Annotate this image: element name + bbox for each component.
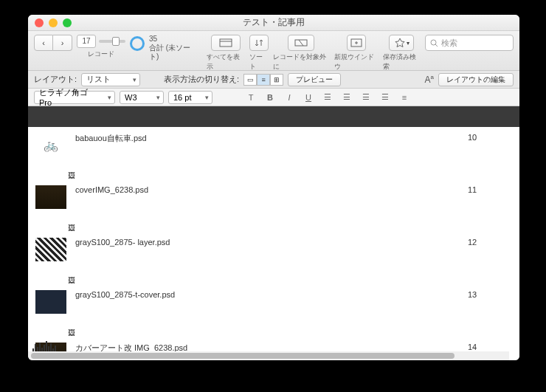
omit-button[interactable] <box>288 35 314 51</box>
svg-line-8 <box>435 44 438 47</box>
preview-button[interactable]: プレビュー <box>288 73 341 86</box>
horizontal-scrollbar[interactable] <box>28 351 509 360</box>
table-row[interactable]: coverIMG_6238.psd11🖼 <box>28 179 519 232</box>
file-number: 10 <box>468 133 512 144</box>
thumbnail <box>35 290 66 314</box>
view-list-button[interactable]: ≡ <box>257 74 270 86</box>
layout-bar: レイアウト: リスト 表示方法の切り替え: ▭ ≡ ⊞ プレビュー Aa レイア… <box>28 71 519 89</box>
record-number-field[interactable]: 17 <box>77 35 96 48</box>
edit-layout-button[interactable]: レイアウトの編集 <box>438 73 514 86</box>
pie-progress-icon <box>130 36 145 51</box>
app-window: テスト・記事用 ‹ › 17 レコード 35 合計 (未ソート) <box>28 15 519 360</box>
search-icon <box>430 39 438 47</box>
image-icon: 🖼 <box>68 276 519 284</box>
main-toolbar: ‹ › 17 レコード 35 合計 (未ソート) すべてを表示 <box>28 31 519 71</box>
underline-button[interactable]: U <box>301 91 316 104</box>
file-name: grayS100_2875- layer.psd <box>75 238 468 247</box>
layout-label: レイアウト: <box>34 74 77 85</box>
font-select[interactable]: ヒラギノ角ゴ Pro <box>34 91 115 104</box>
italic-button[interactable]: I <box>282 91 297 104</box>
sort-icon <box>254 38 264 47</box>
prev-record-button[interactable]: ‹ <box>34 35 53 51</box>
record-slider[interactable]: 17 <box>77 35 125 48</box>
svg-rect-0 <box>220 39 232 47</box>
file-number: 11 <box>468 185 512 194</box>
format-bar: ヒラギノ角ゴ Pro W3 16 pt T B I U ☰ ☰ ☰ ☰ ≡ <box>28 89 519 106</box>
star-icon <box>394 38 406 48</box>
record-list[interactable]: 🚲babauou自転車.psd10🖼coverIMG_6238.psd11🖼gr… <box>28 127 519 360</box>
color-button[interactable]: T <box>243 91 258 104</box>
thumbnail <box>35 238 66 261</box>
file-name: babauou自転車.psd <box>75 133 468 144</box>
table-row[interactable]: grayS100_2875-t-cover.psd13🖼 <box>28 284 519 337</box>
image-icon: 🖼 <box>68 171 519 179</box>
table-row[interactable]: 🚲babauou自転車.psd10🖼 <box>28 127 519 179</box>
new-window-button[interactable] <box>347 35 366 51</box>
layout-select[interactable]: リスト <box>81 73 140 86</box>
thumbnail: 🚲 <box>35 133 66 157</box>
show-all-button[interactable] <box>211 35 241 51</box>
table-row[interactable]: grayS100_2875- layer.psd12🖼 <box>28 232 519 284</box>
weight-select[interactable]: W3 <box>120 91 164 104</box>
linespacing-button[interactable]: ≡ <box>397 91 412 104</box>
titlebar: テスト・記事用 <box>28 15 519 31</box>
file-name: coverIMG_6238.psd <box>75 185 468 194</box>
show-all-icon <box>219 38 232 47</box>
svg-line-3 <box>299 40 303 46</box>
window-title: テスト・記事用 <box>28 16 519 29</box>
file-number: 13 <box>468 290 512 299</box>
search-field[interactable]: 検索 <box>425 35 514 51</box>
file-number: 12 <box>468 238 512 247</box>
aa-icon[interactable]: Aa <box>425 74 434 85</box>
align-justify-button[interactable]: ☰ <box>378 91 393 104</box>
footer-graphic <box>28 340 72 351</box>
bold-button[interactable]: B <box>263 91 277 104</box>
header-band <box>28 106 519 127</box>
sort-button[interactable] <box>249 35 269 51</box>
align-right-button[interactable]: ☰ <box>359 91 373 104</box>
viewswitch-label: 表示方法の切り替え: <box>164 74 239 85</box>
saved-search-button[interactable]: ▾ <box>389 35 414 51</box>
view-form-button[interactable]: ▭ <box>243 74 257 86</box>
thumbnail <box>35 185 66 209</box>
size-select[interactable]: 16 pt <box>168 91 212 104</box>
record-label: レコード <box>88 49 114 59</box>
image-icon: 🖼 <box>68 329 519 337</box>
image-icon: 🖼 <box>68 224 519 232</box>
record-count: 35 合計 (未ソート) <box>149 35 198 61</box>
next-record-button[interactable]: › <box>53 35 72 51</box>
omit-icon <box>294 38 308 47</box>
new-window-icon <box>350 38 362 47</box>
align-left-button[interactable]: ☰ <box>320 91 335 104</box>
view-table-button[interactable]: ⊞ <box>270 74 283 86</box>
svg-point-7 <box>431 40 436 45</box>
file-name: grayS100_2875-t-cover.psd <box>75 290 468 299</box>
align-center-button[interactable]: ☰ <box>339 91 354 104</box>
